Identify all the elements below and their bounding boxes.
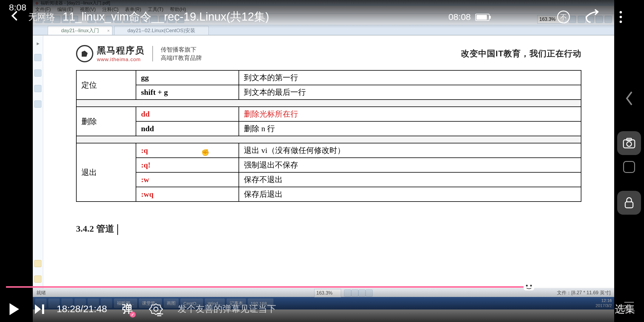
logo-sub2: 高端IT教育品牌 — [161, 54, 202, 62]
table-command: ndd — [136, 121, 239, 136]
controls-row: 18:28/21:48 弹 ✓ 发个友善的弹幕见证当下 选集 — [6, 301, 635, 318]
hand-cursor-icon: ✊ — [201, 149, 209, 157]
danmu-settings-button[interactable] — [148, 301, 164, 317]
document-area: ▶ 黑马程序员 www.itheima.com — [33, 35, 614, 289]
table-command: :w — [136, 172, 239, 187]
table-description: 到文本的最后一行 — [239, 85, 581, 100]
vim-commands-table: 定位gg到文本的第一行shift + g到文本的最后一行删除dd删除光标所在行n… — [76, 70, 581, 202]
table-command: shift + g — [136, 85, 239, 100]
svg-point-14 — [530, 285, 532, 287]
check-icon: ✓ — [130, 312, 136, 318]
logo-block: 黑马程序员 www.itheima.com 传智播客旗下 高端IT教育品牌 — [76, 44, 202, 63]
close-icon[interactable]: × — [107, 28, 109, 33]
progress-fill — [6, 286, 529, 288]
side-icon[interactable] — [34, 85, 41, 92]
lock-button[interactable] — [617, 191, 641, 215]
svg-point-18 — [154, 307, 158, 311]
table-description: 保存不退出 — [239, 172, 581, 187]
table-description: 删除光标所在行 — [239, 107, 581, 121]
table-description: 保存后退出 — [239, 187, 581, 202]
table-group-label: 删除 — [76, 107, 136, 136]
slogan: 改变中国IT教育，我们正在行动 — [461, 48, 581, 59]
time-total: 21:48 — [83, 304, 107, 314]
svg-point-13 — [526, 285, 528, 287]
table-description: 到文本的第一行 — [239, 70, 581, 85]
logo-url: www.itheima.com — [97, 57, 145, 63]
table-separator — [76, 136, 581, 143]
screenshot-button[interactable] — [617, 131, 641, 155]
table-group-label: 定位 — [76, 70, 136, 100]
video-content[interactable]: ◆ 福昕阅读器 - [day21--linux入门.pdf] 文件(F) 编辑(… — [33, 0, 614, 322]
progress-track[interactable] — [6, 286, 614, 288]
time-current: 18:28 — [57, 304, 80, 314]
right-side-panel — [614, 0, 644, 322]
danmu-input[interactable]: 发个友善的弹幕见证当下 — [173, 301, 328, 318]
progress-thumb-icon[interactable] — [522, 280, 535, 293]
recent-apps-icon[interactable] — [623, 161, 635, 173]
side-chevron-icon[interactable] — [620, 89, 638, 107]
side-icon[interactable] — [34, 69, 41, 77]
side-icon[interactable] — [34, 275, 41, 283]
table-description: 退出 vi（没有做任何修改时） — [239, 143, 581, 158]
phone-status-bar: 8:08 — [0, 0, 644, 15]
table-command: :q — [136, 143, 239, 158]
logo-icon — [76, 45, 93, 62]
divider — [152, 46, 153, 61]
player-bottom-bar: 18:28/21:48 弹 ✓ 发个友善的弹幕见证当下 选集 — [0, 286, 644, 322]
side-icon[interactable] — [34, 260, 41, 267]
section-text: 3.4.2 管道 — [76, 224, 114, 233]
text-caret — [117, 224, 118, 235]
page-header: 黑马程序员 www.itheima.com 传智播客旗下 高端IT教育品牌 改变… — [76, 44, 581, 63]
side-icon[interactable] — [34, 100, 41, 108]
table-command: dd — [136, 107, 239, 121]
table-description: 强制退出不保存 — [239, 158, 581, 172]
side-toolbar: ▶ — [33, 35, 43, 289]
logo-sub1: 传智播客旗下 — [161, 45, 202, 54]
table-command: gg — [136, 70, 239, 85]
section-heading: 3.4.2 管道 — [76, 223, 581, 235]
phone-time: 8:08 — [9, 2, 26, 13]
playback-time: 18:28/21:48 — [57, 304, 107, 315]
logo-title: 黑马程序员 — [97, 44, 145, 57]
svg-rect-8 — [625, 202, 633, 208]
pdf-page: 黑马程序员 www.itheima.com 传智播客旗下 高端IT教育品牌 改变… — [43, 35, 614, 289]
svg-point-6 — [627, 142, 631, 146]
table-command: :wq — [136, 187, 239, 202]
side-icon[interactable] — [34, 54, 41, 61]
table-group-label: 退出 — [76, 143, 136, 202]
next-button[interactable] — [31, 301, 48, 317]
table-description: 删除 n 行 — [239, 121, 581, 136]
svg-rect-17 — [42, 304, 44, 314]
danmu-toggle[interactable]: 弹 ✓ — [122, 302, 133, 316]
table-command: :q! — [136, 158, 239, 172]
play-button[interactable] — [6, 301, 22, 317]
svg-rect-12 — [524, 283, 534, 290]
menu-icon[interactable] — [623, 301, 635, 310]
table-separator — [76, 100, 581, 107]
